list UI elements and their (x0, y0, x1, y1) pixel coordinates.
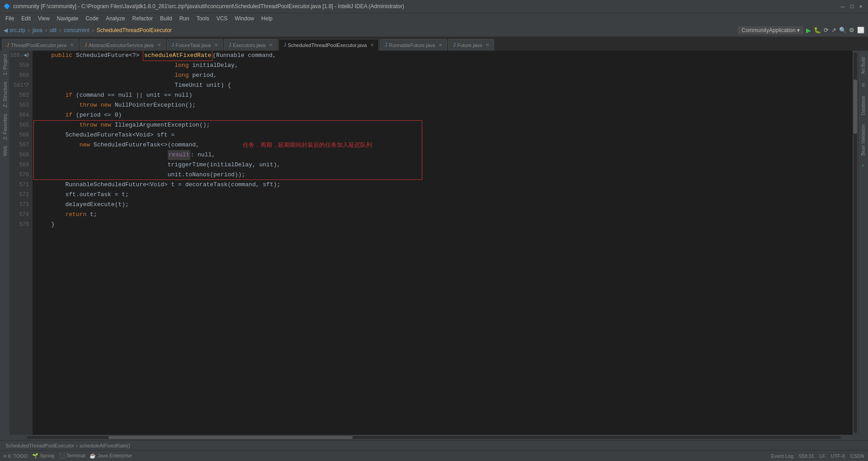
menu-window[interactable]: Window (231, 14, 258, 23)
tab-close-executors[interactable]: ✕ (269, 42, 273, 47)
code-line-575: } (37, 220, 853, 230)
menu-bar: File Edit View Navigate Code Analyze Ref… (0, 13, 868, 24)
line-570: 570 (10, 170, 29, 180)
todo-panel[interactable]: ≡ 6: TODO (4, 453, 28, 459)
tab-runnablefuture[interactable]: J RunnableFuture.java ✕ (380, 39, 447, 51)
breadcrumb-file[interactable]: ScheduledThreadPoolExecutor (97, 27, 172, 33)
menu-vcs[interactable]: VCS (213, 14, 231, 23)
cursor-position: 558:31 (799, 453, 814, 459)
tab-threadpoolexecutor[interactable]: J ThreadPoolExecutor.java ✕ (2, 39, 79, 51)
close-button[interactable]: ✕ (857, 3, 864, 10)
menu-code[interactable]: Code (82, 14, 102, 23)
line-566: 566 (10, 130, 29, 140)
terminal-panel[interactable]: ⬛ Terminal (59, 453, 85, 459)
menu-file[interactable]: File (2, 14, 18, 23)
sidebar-label-project[interactable]: 1: Project (2, 52, 8, 77)
window-controls[interactable]: — ☐ ✕ (839, 3, 864, 10)
sidebar-right-beanvalidation[interactable]: Bean Validation (860, 122, 867, 158)
main-area: 1: Project Z: Structure 2: Favorites Web… (0, 51, 868, 435)
minimize-button[interactable]: — (839, 3, 846, 10)
settings-icon[interactable]: ⚙ (849, 27, 854, 33)
method-scheduleatfixedrate: scheduleAtFixedRate (143, 51, 212, 61)
tab-close-abstractexecutor[interactable]: ✕ (157, 42, 161, 47)
breadcrumb-java[interactable]: java (33, 27, 42, 33)
tab-scheduledthreadpoolexecutor[interactable]: J ScheduledThreadPoolExecutor.java ✕ (278, 39, 379, 51)
code-line-565: throw new IllegalArgumentException(); (37, 120, 853, 130)
menu-refactor[interactable]: Refactor (129, 14, 156, 23)
code-line-569: triggerTime(initialDelay, unit), (37, 160, 853, 170)
line-endings[interactable]: LF (820, 453, 826, 459)
run-button[interactable]: ▶ (806, 27, 811, 34)
tab-executors[interactable]: J Executors.java ✕ (224, 39, 278, 51)
code-line-574: return t; (37, 210, 853, 220)
scrollbar-thumb[interactable] (854, 80, 857, 134)
reload-button[interactable]: ⟳ (824, 27, 829, 33)
java-enterprise-panel[interactable]: ☕ Java Enterprise (90, 453, 132, 459)
tab-close-scheduled[interactable]: ✕ (370, 42, 374, 47)
breakpoint-icon-561: 🛡 (24, 80, 29, 90)
tab-futuretask[interactable]: J FutureTask.java ✕ (167, 39, 223, 51)
title-text: community [F:\community] - C:\Program Fi… (13, 3, 404, 9)
line-559: 559 (10, 61, 29, 71)
horizontal-scrollbar[interactable] (0, 435, 868, 440)
layout-icon[interactable]: ⬜ (857, 27, 864, 33)
tab-close-threadpoolexecutor[interactable]: ✕ (70, 42, 74, 47)
code-line-564: if (period <= 0) (37, 110, 853, 120)
h-scrollbar-thumb[interactable] (108, 436, 353, 439)
sidebar-label-structure[interactable]: Z: Structure (2, 80, 8, 109)
type-scheduledfuture: ScheduledFuture<?> (76, 51, 143, 61)
menu-run[interactable]: Run (176, 14, 193, 23)
menu-navigate[interactable]: Navigate (53, 14, 82, 23)
menu-build[interactable]: Build (156, 14, 176, 23)
toolbar-icon-back[interactable]: ◀ (4, 27, 8, 33)
status-left: ≡ 6: TODO 🌱 Spring ⬛ Terminal ☕ Java Ent… (4, 453, 132, 459)
tab-close-future[interactable]: ✕ (486, 42, 489, 47)
tab-icon7: J (453, 42, 455, 47)
editor-area[interactable]: 558 ↓ ◀ @ 559 560 561 🛡 562 563 564 565 … (10, 51, 858, 435)
title-bar: 🔷 community [F:\community] - C:\Program … (0, 0, 868, 13)
breadcrumb-class[interactable]: ScheduledThreadPoolExecutor (5, 443, 74, 448)
maximize-button[interactable]: ☐ (848, 3, 855, 10)
right-scrollbar[interactable] (853, 51, 858, 435)
scrollbar-track (854, 52, 857, 433)
sidebar-right-artbuild[interactable]: Art Build (860, 54, 867, 77)
sidebar-label-favorites[interactable]: 2: Favorites (2, 112, 8, 141)
sidebar-label-web[interactable]: Web (2, 144, 8, 158)
encoding[interactable]: UTF-8 (831, 453, 845, 459)
menu-analyze[interactable]: Analyze (102, 14, 129, 23)
line-560: 560 (10, 71, 29, 80)
code-line-563: throw new NullPointerException(); (37, 100, 853, 110)
line-562: 562 (10, 90, 29, 100)
tab-icon6: J (385, 42, 387, 47)
run-config-name: CommunityApplication ▾ (738, 26, 803, 34)
line-567: 567 (10, 140, 29, 150)
breadcrumb-concurrent[interactable]: concurrent (64, 27, 90, 33)
event-log[interactable]: Event Log (771, 453, 794, 459)
code-line-573: delayedExecute(t); (37, 200, 853, 210)
search-everywhere-icon[interactable]: 🔍 (839, 27, 846, 33)
menu-view[interactable]: View (34, 14, 53, 23)
code-line-567: new ScheduledFutureTask<>(command, 任务，周期… (37, 140, 853, 150)
spring-panel[interactable]: 🌱 Spring (32, 453, 54, 459)
debug-button[interactable]: 🐛 (814, 27, 821, 33)
tab-future[interactable]: J Future.java ✕ (448, 39, 494, 51)
menu-tools[interactable]: Tools (193, 14, 213, 23)
tab-abstractexecutorservice[interactable]: J AbstractExecutorService.java ✕ (80, 39, 166, 51)
menu-help[interactable]: Help (258, 14, 276, 23)
sidebar-right-maven[interactable]: m (860, 80, 867, 89)
tab-icon3: J (172, 42, 174, 47)
code-line-566: ScheduledFutureTask<Void> sft = (37, 130, 853, 140)
code-content[interactable]: public ScheduledFuture<?> scheduleAtFixe… (33, 51, 853, 435)
sidebar-right-checkmark[interactable]: ✓ (860, 162, 867, 169)
breadcrumb-method[interactable]: scheduleAtFixedRate() (80, 443, 130, 448)
right-sidebar: Art Build m Database Bean Validation ✓ (858, 51, 868, 435)
sidebar-right-database[interactable]: Database (860, 93, 867, 118)
coverage-button[interactable]: ↗ (831, 27, 836, 33)
tab-icon: J (7, 42, 9, 47)
breadcrumb-srczip[interactable]: src.zip (9, 27, 25, 33)
tab-close-runnablefuture[interactable]: ✕ (439, 42, 442, 47)
status-right: Event Log 558:31 LF UTF-8 CSDN (771, 453, 864, 459)
tab-close-futuretask[interactable]: ✕ (214, 42, 218, 47)
breadcrumb-util[interactable]: util (50, 27, 57, 33)
menu-edit[interactable]: Edit (18, 14, 34, 23)
